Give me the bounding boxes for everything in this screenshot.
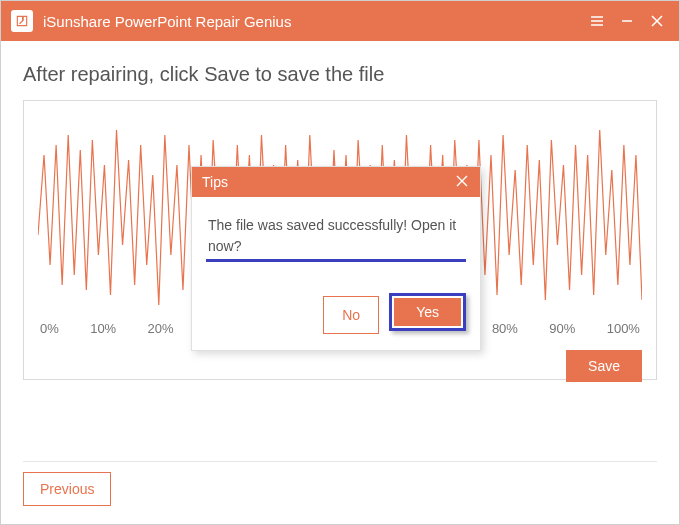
app-logo-icon bbox=[11, 10, 33, 32]
x-tick: 10% bbox=[90, 321, 116, 336]
footer-divider bbox=[23, 461, 657, 462]
tips-dialog: Tips The file was saved successfully! Op… bbox=[191, 166, 481, 351]
x-tick: 0% bbox=[40, 321, 59, 336]
title-bar: iSunshare PowerPoint Repair Genius bbox=[1, 1, 679, 41]
x-tick: 80% bbox=[492, 321, 518, 336]
dialog-close-icon[interactable] bbox=[454, 174, 470, 190]
highlight-underline bbox=[206, 259, 466, 262]
minimize-icon[interactable] bbox=[619, 13, 635, 29]
save-button[interactable]: Save bbox=[566, 350, 642, 382]
app-title: iSunshare PowerPoint Repair Genius bbox=[43, 13, 589, 30]
x-tick: 100% bbox=[607, 321, 640, 336]
dialog-message: The file was saved successfully! Open it… bbox=[208, 215, 464, 257]
no-button[interactable]: No bbox=[323, 296, 379, 334]
yes-button[interactable]: Yes bbox=[394, 298, 461, 326]
x-tick: 20% bbox=[148, 321, 174, 336]
dialog-title-text: Tips bbox=[202, 174, 228, 190]
close-icon[interactable] bbox=[649, 13, 665, 29]
menu-icon[interactable] bbox=[589, 13, 605, 29]
dialog-title-bar: Tips bbox=[192, 167, 480, 197]
previous-button[interactable]: Previous bbox=[23, 472, 111, 506]
page-heading: After repairing, click Save to save the … bbox=[23, 63, 657, 86]
x-tick: 90% bbox=[549, 321, 575, 336]
yes-button-highlight: Yes bbox=[389, 293, 466, 331]
